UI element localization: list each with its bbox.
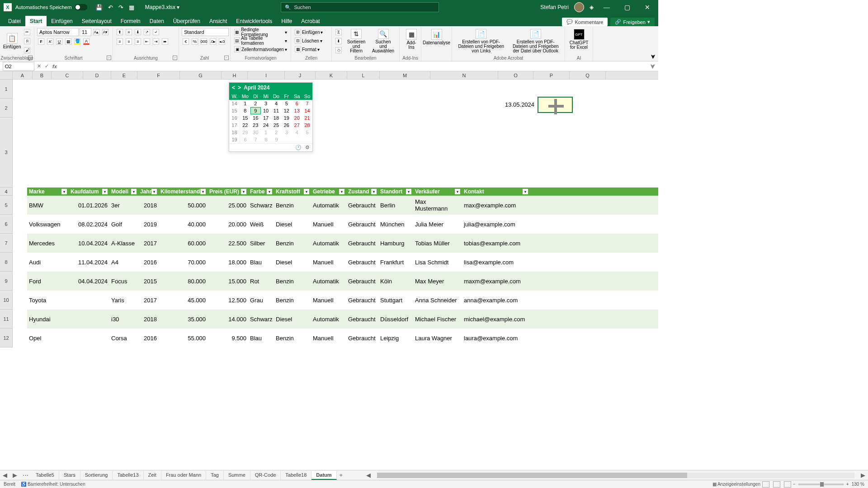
cal-day[interactable]: 3 bbox=[281, 129, 292, 136]
table-cell[interactable]: Automatik bbox=[311, 272, 346, 291]
tab-hilfe[interactable]: Hilfe bbox=[277, 16, 297, 26]
col-header-Q[interactable]: Q bbox=[570, 71, 606, 79]
cal-day[interactable]: 10 bbox=[261, 107, 271, 114]
autosave-toggle[interactable]: Automatisches Speichern bbox=[15, 4, 87, 10]
fill-color-button[interactable]: 🪣 bbox=[73, 38, 81, 46]
table-cell[interactable]: Grau bbox=[248, 291, 274, 310]
table-cell[interactable]: Opel bbox=[27, 328, 69, 347]
table-cell[interactable]: lisa@example.com bbox=[462, 253, 530, 272]
cut-button[interactable]: ✂ bbox=[23, 28, 31, 36]
table-cell[interactable]: BMW bbox=[27, 196, 69, 215]
table-cell[interactable]: 15.000 bbox=[208, 272, 248, 291]
align-left-button[interactable]: ≡ bbox=[116, 38, 124, 46]
table-cell[interactable]: 80.000 bbox=[159, 272, 208, 291]
row-header-7[interactable]: 7 bbox=[0, 234, 12, 253]
table-cell[interactable]: Mercedes bbox=[27, 234, 69, 253]
table-row[interactable]: BMW01.01.20263er201850.00025.000SchwarzB… bbox=[27, 196, 658, 215]
table-header-marke[interactable]: Marke▾ bbox=[27, 188, 69, 196]
table-cell[interactable]: 45.000 bbox=[159, 291, 208, 310]
row-headers[interactable]: 123456789101112 bbox=[0, 80, 13, 347]
table-header-kontakt[interactable]: Kontakt▾ bbox=[462, 188, 530, 196]
table-cell[interactable]: 2015 bbox=[138, 272, 159, 291]
table-header-getriebe[interactable]: Getriebe▾ bbox=[311, 188, 346, 196]
table-cell[interactable]: 2017 bbox=[138, 234, 159, 253]
cal-day[interactable]: 8 bbox=[261, 136, 271, 143]
cell-styles-button[interactable]: ▣Zellenformatvorlagen ▾ bbox=[233, 45, 288, 53]
table-cell[interactable]: Audi bbox=[27, 253, 69, 272]
bold-button[interactable]: F bbox=[37, 38, 45, 46]
clear-button[interactable]: ◇ bbox=[335, 46, 343, 54]
select-all-corner[interactable] bbox=[0, 71, 13, 79]
row-header-8[interactable]: 8 bbox=[0, 253, 12, 272]
format-painter-button[interactable]: 🖌 bbox=[23, 46, 31, 54]
table-cell[interactable]: 11.04.2024 bbox=[69, 253, 109, 272]
table-cell[interactable]: Gebraucht bbox=[346, 196, 378, 215]
table-cell[interactable]: Köln bbox=[378, 272, 413, 291]
share-button[interactable]: 🔗 Freigeben ▾ bbox=[610, 18, 655, 26]
table-header-jahr[interactable]: Jahr▾ bbox=[138, 188, 159, 196]
table-cell[interactable]: Ford bbox=[27, 272, 69, 291]
orientation-button[interactable]: ↗ bbox=[143, 28, 151, 36]
col-header-B[interactable]: B bbox=[33, 71, 52, 79]
calendar-settings-icon[interactable]: ⚙ bbox=[305, 145, 310, 150]
redo-icon[interactable]: ↷ bbox=[118, 4, 123, 11]
table-cell[interactable]: Toyota bbox=[27, 291, 69, 310]
cal-day[interactable]: 7 bbox=[250, 136, 261, 143]
cal-day[interactable]: 7 bbox=[302, 100, 312, 107]
cancel-formula-icon[interactable]: ✕ bbox=[35, 63, 43, 69]
copy-button[interactable]: ⎘ bbox=[23, 37, 31, 45]
table-row[interactable]: Mercedes10.04.2024A-Klasse201760.00022.5… bbox=[27, 234, 658, 253]
table-cell[interactable]: tobias@example.com bbox=[462, 234, 530, 253]
table-cell[interactable]: Benzin bbox=[274, 328, 311, 347]
table-cell[interactable]: Düsseldorf bbox=[378, 310, 413, 328]
row-header-1[interactable]: 1 bbox=[0, 80, 12, 99]
table-row[interactable]: OpelCorsa201655.0009.500BlauBenzinManuel… bbox=[27, 328, 658, 347]
column-headers[interactable]: ABCDEFGHIJKLMNOPQ bbox=[0, 71, 658, 80]
table-cell[interactable]: 08.02.2024 bbox=[69, 215, 109, 234]
align-bottom-button[interactable]: ⬇ bbox=[134, 28, 142, 36]
table-cell[interactable]: Hyundai bbox=[27, 310, 69, 328]
italic-button[interactable]: K bbox=[46, 38, 54, 46]
table-cell[interactable]: 55.000 bbox=[159, 328, 208, 347]
table-cell[interactable]: Silber bbox=[248, 234, 274, 253]
align-right-button[interactable]: ≡ bbox=[134, 38, 142, 46]
table-cell[interactable]: Benzin bbox=[274, 196, 311, 215]
table-cell[interactable]: Automatik bbox=[311, 234, 346, 253]
col-header-N[interactable]: N bbox=[430, 71, 498, 79]
toggle-icon[interactable] bbox=[75, 4, 87, 10]
tab-seitenlayout[interactable]: Seitenlayout bbox=[77, 16, 116, 26]
table-cell[interactable]: A4 bbox=[109, 253, 138, 272]
spreadsheet-grid[interactable]: ABCDEFGHIJKLMNOPQ 123456789101112 < > Ap… bbox=[0, 71, 658, 352]
table-cell[interactable]: Gebraucht bbox=[346, 215, 378, 234]
row-header-2[interactable]: 2 bbox=[0, 99, 12, 117]
filter-icon[interactable]: ▾ bbox=[304, 189, 309, 194]
table-cell[interactable]: 2017 bbox=[138, 291, 159, 310]
cal-day[interactable]: 28 bbox=[302, 122, 312, 129]
number-format-select[interactable]: Standard bbox=[182, 28, 229, 36]
cal-day[interactable]: 2 bbox=[250, 100, 261, 107]
cal-day[interactable]: 30 bbox=[250, 129, 261, 136]
table-cell[interactable]: 14.000 bbox=[208, 310, 248, 328]
align-top-button[interactable]: ⬆ bbox=[116, 28, 124, 36]
table-cell[interactable]: Automatik bbox=[311, 310, 346, 328]
table-cell[interactable]: Anna Schneider bbox=[413, 291, 462, 310]
cal-day[interactable]: 24 bbox=[261, 122, 271, 129]
tab-einfügen[interactable]: Einfügen bbox=[47, 16, 77, 26]
table-cell[interactable] bbox=[69, 310, 109, 328]
table-cell[interactable]: 04.04.2024 bbox=[69, 272, 109, 291]
col-header-I[interactable]: I bbox=[248, 71, 285, 79]
table-cell[interactable]: Tobias Müller bbox=[413, 234, 462, 253]
table-cell[interactable]: Gebraucht bbox=[346, 328, 378, 347]
table-cell[interactable]: 22.500 bbox=[208, 234, 248, 253]
cal-day[interactable]: 1 bbox=[240, 100, 250, 107]
table-cell[interactable]: Max Mustermann bbox=[413, 196, 462, 215]
undo-icon[interactable]: ↶ bbox=[108, 4, 113, 11]
close-icon[interactable]: ✕ bbox=[640, 4, 655, 11]
table-cell[interactable]: Manuell bbox=[311, 253, 346, 272]
chatgpt-button[interactable]: GPTChatGPT for Excel bbox=[568, 28, 590, 51]
table-header-preis (eur)[interactable]: Preis (EUR)▾ bbox=[208, 188, 248, 196]
fill-button[interactable]: ⬇ bbox=[335, 37, 343, 45]
data-analysis-button[interactable]: 📊Datenanalyse bbox=[424, 28, 449, 46]
col-header-M[interactable]: M bbox=[380, 71, 430, 79]
table-cell[interactable]: Manuell bbox=[311, 328, 346, 347]
